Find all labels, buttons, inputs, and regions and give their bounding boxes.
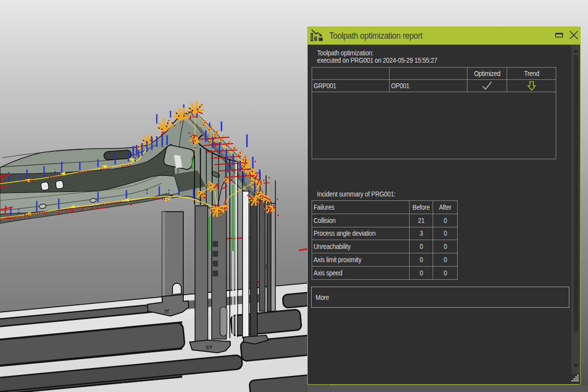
svg-text:IY: IY bbox=[164, 308, 170, 314]
svg-text:SY: SY bbox=[205, 344, 213, 350]
